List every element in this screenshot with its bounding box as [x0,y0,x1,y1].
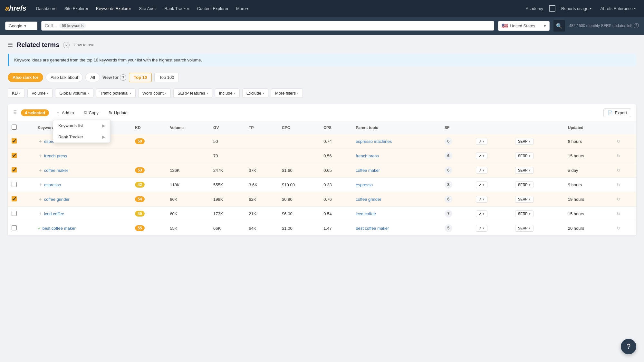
copy-button[interactable]: ⧉ Copy [81,108,101,117]
th-sf[interactable]: SF [441,121,472,134]
serp-info-icon[interactable]: ? [634,23,639,28]
copy-icon: ⧉ [84,110,87,115]
add-to-button[interactable]: ＋ Add to [53,108,77,117]
drag-handle-icon[interactable]: ⠿ [13,109,17,116]
view-top100-btn[interactable]: Top 100 [154,73,179,82]
keyword-add-icon[interactable]: ＋ [38,153,43,158]
search-input-wrap[interactable]: Coff... 59 keywords [41,21,494,31]
th-volume[interactable]: Volume [166,121,209,134]
row-checkbox[interactable] [12,138,17,144]
nav-dashboard[interactable]: Dashboard [33,4,60,13]
refresh-icon[interactable]: ↻ [617,139,620,144]
tab-also-rank-for[interactable]: Also rank for [8,73,43,82]
nav-reports-usage[interactable]: Reports usage [558,4,595,13]
parent-topic-link[interactable]: coffee maker [356,168,380,173]
th-gv[interactable]: GV [209,121,245,134]
logo[interactable]: ahrefs [5,4,26,13]
parent-topic-link[interactable]: espresso machines [356,139,392,144]
nav-keywords-explorer[interactable]: Keywords Explorer [93,4,134,13]
nav-more[interactable]: More [233,4,251,13]
filter-word-count[interactable]: Word count [138,88,171,98]
search-button[interactable]: 🔍 [553,20,565,32]
parent-topic-link[interactable]: iced coffee [356,211,376,216]
keyword-add-icon[interactable]: ＋ [38,196,43,202]
serp-button[interactable]: SERP [515,181,533,188]
tab-all[interactable]: All [85,73,100,82]
update-button[interactable]: ↻ Update [106,109,131,117]
tab-also-talk-about[interactable]: Also talk about [46,73,83,82]
filter-include[interactable]: Include [215,88,240,98]
keyword-add-icon[interactable]: ＋ [38,211,43,216]
nav-site-audit[interactable]: Site Audit [136,4,160,13]
row-checkbox[interactable] [12,196,17,201]
filter-kd[interactable]: KD [8,88,25,98]
row-checkbox[interactable] [12,211,17,216]
view-top10-btn[interactable]: Top 10 [129,73,152,82]
export-button[interactable]: 📄 Export [603,108,631,117]
keyword-add-icon[interactable]: ＋ [38,182,43,187]
nav-enterprise[interactable]: Ahrefs Enterprise [597,4,639,13]
filter-traffic-potential[interactable]: Traffic potential [96,88,136,98]
trend-button[interactable]: ↗ [476,196,487,203]
parent-topic-link[interactable]: coffee grinder [356,197,381,202]
engine-selector[interactable]: Google [5,22,37,30]
keyword-link[interactable]: coffee grinder [44,197,70,202]
row-checkbox[interactable] [12,225,17,230]
country-selector[interactable]: 🇺🇸 United States ▾ [498,21,550,31]
how-to-use-link[interactable]: How to use [73,42,94,47]
trend-button[interactable]: ↗ [476,153,487,159]
th-parent-topic[interactable]: Parent topic [352,121,441,134]
page-help-icon[interactable]: ? [63,42,70,48]
trend-button[interactable]: ↗ [476,181,487,188]
refresh-icon[interactable]: ↻ [617,226,620,231]
trend-button[interactable]: ↗ [476,225,487,232]
serp-button[interactable]: SERP [515,167,533,174]
keyword-link[interactable]: iced coffee [44,211,64,216]
filter-more[interactable]: More filters [271,88,303,98]
parent-topic-link[interactable]: espresso [356,182,373,187]
parent-topic-link[interactable]: french press [356,153,379,158]
keyword-add-icon[interactable]: ＋ [38,138,43,144]
keyword-link[interactable]: french press [44,153,67,158]
th-kd[interactable]: KD [131,121,166,134]
row-checkbox[interactable] [12,153,17,158]
filter-exclude[interactable]: Exclude [242,88,268,98]
view-for-help-icon[interactable]: ? [120,74,126,81]
page-title: Related terms [17,41,59,49]
filter-serp-features[interactable]: SERP features [173,88,212,98]
refresh-icon[interactable]: ↻ [617,153,620,158]
addto-rank-tracker[interactable]: Rank Tracker ▶ [53,131,111,143]
refresh-icon[interactable]: ↻ [617,182,620,187]
nav-content-explorer[interactable]: Content Explorer [194,4,232,13]
serp-button[interactable]: SERP [515,210,533,217]
row-checkbox[interactable] [12,182,17,187]
serp-button[interactable]: SERP [515,196,533,203]
th-updated[interactable]: Updated [564,121,613,134]
addto-keywords-list[interactable]: Keywords list ▶ [53,120,111,131]
trend-button[interactable]: ↗ [476,167,487,174]
th-tp[interactable]: TP [245,121,278,134]
refresh-icon[interactable]: ↻ [617,168,620,173]
row-checkbox[interactable] [12,167,17,172]
keyword-link[interactable]: best coffee maker [43,226,76,231]
serp-button[interactable]: SERP [515,225,533,232]
nav-academy[interactable]: Academy [523,4,546,13]
filter-global-volume[interactable]: Global volume [55,88,93,98]
nav-site-explorer[interactable]: Site Explorer [61,4,91,13]
trend-button[interactable]: ↗ [476,210,487,217]
th-cpc[interactable]: CPC [278,121,320,134]
serp-button[interactable]: SERP [515,153,533,159]
refresh-icon[interactable]: ↻ [617,197,620,202]
trend-button[interactable]: ↗ [476,138,487,145]
serp-button[interactable]: SERP [515,138,533,145]
nav-rank-tracker[interactable]: Rank Tracker [161,4,192,13]
filter-volume[interactable]: Volume [27,88,53,98]
keyword-add-icon[interactable]: ＋ [38,167,43,173]
select-all-checkbox[interactable] [12,125,17,130]
keyword-link[interactable]: espresso [44,182,61,187]
th-cps[interactable]: CPS [320,121,352,134]
hamburger-icon[interactable]: ☰ [8,42,13,49]
parent-topic-link[interactable]: best coffee maker [356,226,389,231]
keyword-link[interactable]: coffee maker [44,168,68,173]
refresh-icon[interactable]: ↻ [617,211,620,216]
